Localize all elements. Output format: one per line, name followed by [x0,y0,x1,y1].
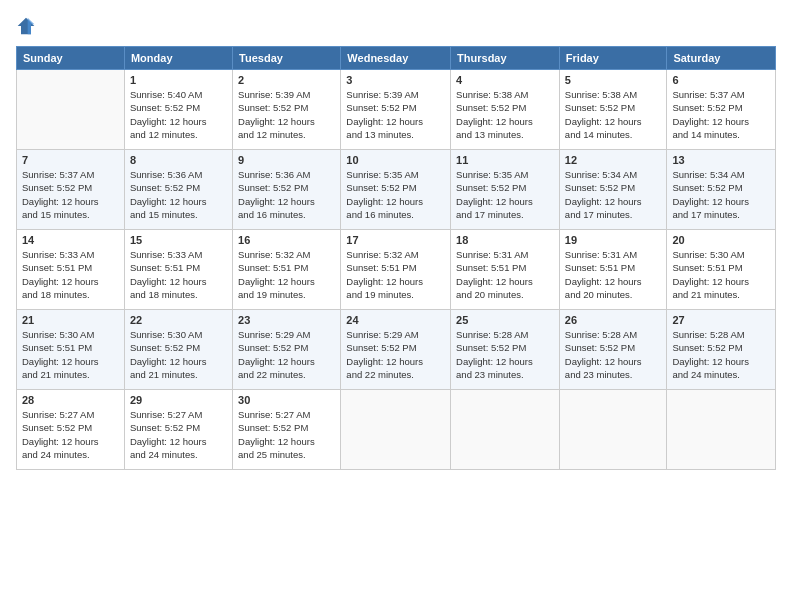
day-number: 2 [238,74,335,86]
day-info: Sunrise: 5:35 AMSunset: 5:52 PMDaylight:… [456,168,554,221]
day-number: 14 [22,234,119,246]
day-info: Sunrise: 5:34 AMSunset: 5:52 PMDaylight:… [672,168,770,221]
day-cell: 3Sunrise: 5:39 AMSunset: 5:52 PMDaylight… [341,70,451,150]
day-number: 13 [672,154,770,166]
week-row-5: 28Sunrise: 5:27 AMSunset: 5:52 PMDayligh… [17,390,776,470]
day-number: 28 [22,394,119,406]
day-cell: 12Sunrise: 5:34 AMSunset: 5:52 PMDayligh… [559,150,667,230]
day-info: Sunrise: 5:32 AMSunset: 5:51 PMDaylight:… [346,248,445,301]
day-cell: 4Sunrise: 5:38 AMSunset: 5:52 PMDaylight… [451,70,560,150]
day-info: Sunrise: 5:28 AMSunset: 5:52 PMDaylight:… [672,328,770,381]
day-cell: 5Sunrise: 5:38 AMSunset: 5:52 PMDaylight… [559,70,667,150]
calendar: SundayMondayTuesdayWednesdayThursdayFrid… [16,46,776,470]
day-number: 24 [346,314,445,326]
week-row-4: 21Sunrise: 5:30 AMSunset: 5:51 PMDayligh… [17,310,776,390]
day-cell: 7Sunrise: 5:37 AMSunset: 5:52 PMDaylight… [17,150,125,230]
logo-icon [16,16,36,36]
col-header-sunday: Sunday [17,47,125,70]
header-row: SundayMondayTuesdayWednesdayThursdayFrid… [17,47,776,70]
day-cell: 13Sunrise: 5:34 AMSunset: 5:52 PMDayligh… [667,150,776,230]
day-cell: 15Sunrise: 5:33 AMSunset: 5:51 PMDayligh… [124,230,232,310]
day-info: Sunrise: 5:31 AMSunset: 5:51 PMDaylight:… [456,248,554,301]
day-info: Sunrise: 5:27 AMSunset: 5:52 PMDaylight:… [130,408,227,461]
day-info: Sunrise: 5:31 AMSunset: 5:51 PMDaylight:… [565,248,662,301]
day-cell: 6Sunrise: 5:37 AMSunset: 5:52 PMDaylight… [667,70,776,150]
day-cell [17,70,125,150]
day-number: 20 [672,234,770,246]
day-info: Sunrise: 5:35 AMSunset: 5:52 PMDaylight:… [346,168,445,221]
col-header-monday: Monday [124,47,232,70]
day-number: 7 [22,154,119,166]
day-cell: 21Sunrise: 5:30 AMSunset: 5:51 PMDayligh… [17,310,125,390]
day-number: 27 [672,314,770,326]
col-header-thursday: Thursday [451,47,560,70]
day-cell: 9Sunrise: 5:36 AMSunset: 5:52 PMDaylight… [233,150,341,230]
day-cell: 2Sunrise: 5:39 AMSunset: 5:52 PMDaylight… [233,70,341,150]
day-cell: 19Sunrise: 5:31 AMSunset: 5:51 PMDayligh… [559,230,667,310]
col-header-saturday: Saturday [667,47,776,70]
day-cell: 30Sunrise: 5:27 AMSunset: 5:52 PMDayligh… [233,390,341,470]
day-number: 23 [238,314,335,326]
day-number: 5 [565,74,662,86]
day-info: Sunrise: 5:28 AMSunset: 5:52 PMDaylight:… [565,328,662,381]
day-info: Sunrise: 5:32 AMSunset: 5:51 PMDaylight:… [238,248,335,301]
day-number: 4 [456,74,554,86]
day-info: Sunrise: 5:37 AMSunset: 5:52 PMDaylight:… [22,168,119,221]
day-cell: 23Sunrise: 5:29 AMSunset: 5:52 PMDayligh… [233,310,341,390]
day-number: 3 [346,74,445,86]
day-number: 17 [346,234,445,246]
day-number: 29 [130,394,227,406]
day-number: 11 [456,154,554,166]
day-number: 16 [238,234,335,246]
day-cell: 17Sunrise: 5:32 AMSunset: 5:51 PMDayligh… [341,230,451,310]
day-number: 19 [565,234,662,246]
day-cell: 11Sunrise: 5:35 AMSunset: 5:52 PMDayligh… [451,150,560,230]
day-info: Sunrise: 5:30 AMSunset: 5:52 PMDaylight:… [130,328,227,381]
week-row-2: 7Sunrise: 5:37 AMSunset: 5:52 PMDaylight… [17,150,776,230]
day-info: Sunrise: 5:33 AMSunset: 5:51 PMDaylight:… [130,248,227,301]
day-cell: 16Sunrise: 5:32 AMSunset: 5:51 PMDayligh… [233,230,341,310]
day-info: Sunrise: 5:27 AMSunset: 5:52 PMDaylight:… [22,408,119,461]
day-info: Sunrise: 5:40 AMSunset: 5:52 PMDaylight:… [130,88,227,141]
day-info: Sunrise: 5:34 AMSunset: 5:52 PMDaylight:… [565,168,662,221]
day-cell: 1Sunrise: 5:40 AMSunset: 5:52 PMDaylight… [124,70,232,150]
day-number: 22 [130,314,227,326]
day-number: 10 [346,154,445,166]
page: SundayMondayTuesdayWednesdayThursdayFrid… [0,0,792,612]
day-info: Sunrise: 5:29 AMSunset: 5:52 PMDaylight:… [238,328,335,381]
day-cell [341,390,451,470]
day-number: 25 [456,314,554,326]
day-info: Sunrise: 5:38 AMSunset: 5:52 PMDaylight:… [565,88,662,141]
day-info: Sunrise: 5:36 AMSunset: 5:52 PMDaylight:… [238,168,335,221]
header [16,16,776,36]
svg-marker-0 [18,18,35,35]
day-number: 18 [456,234,554,246]
col-header-tuesday: Tuesday [233,47,341,70]
day-number: 1 [130,74,227,86]
day-number: 15 [130,234,227,246]
day-cell: 20Sunrise: 5:30 AMSunset: 5:51 PMDayligh… [667,230,776,310]
day-cell [667,390,776,470]
day-cell [559,390,667,470]
day-info: Sunrise: 5:30 AMSunset: 5:51 PMDaylight:… [22,328,119,381]
day-number: 12 [565,154,662,166]
day-cell: 8Sunrise: 5:36 AMSunset: 5:52 PMDaylight… [124,150,232,230]
day-info: Sunrise: 5:38 AMSunset: 5:52 PMDaylight:… [456,88,554,141]
day-cell: 29Sunrise: 5:27 AMSunset: 5:52 PMDayligh… [124,390,232,470]
day-cell: 28Sunrise: 5:27 AMSunset: 5:52 PMDayligh… [17,390,125,470]
day-number: 9 [238,154,335,166]
week-row-1: 1Sunrise: 5:40 AMSunset: 5:52 PMDaylight… [17,70,776,150]
day-cell: 18Sunrise: 5:31 AMSunset: 5:51 PMDayligh… [451,230,560,310]
calendar-body: 1Sunrise: 5:40 AMSunset: 5:52 PMDaylight… [17,70,776,470]
day-number: 8 [130,154,227,166]
col-header-friday: Friday [559,47,667,70]
day-number: 26 [565,314,662,326]
day-info: Sunrise: 5:39 AMSunset: 5:52 PMDaylight:… [238,88,335,141]
day-cell: 26Sunrise: 5:28 AMSunset: 5:52 PMDayligh… [559,310,667,390]
calendar-header: SundayMondayTuesdayWednesdayThursdayFrid… [17,47,776,70]
day-info: Sunrise: 5:37 AMSunset: 5:52 PMDaylight:… [672,88,770,141]
day-cell: 27Sunrise: 5:28 AMSunset: 5:52 PMDayligh… [667,310,776,390]
day-info: Sunrise: 5:27 AMSunset: 5:52 PMDaylight:… [238,408,335,461]
day-info: Sunrise: 5:36 AMSunset: 5:52 PMDaylight:… [130,168,227,221]
day-number: 21 [22,314,119,326]
